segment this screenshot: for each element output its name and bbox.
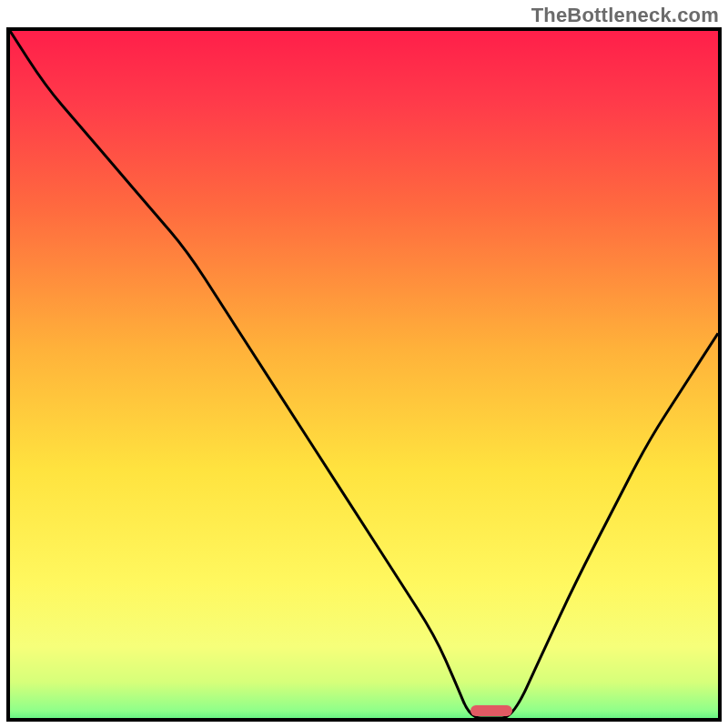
- watermark-text: TheBottleneck.com: [531, 4, 719, 27]
- chart-frame: TheBottleneck.com: [0, 0, 728, 728]
- plot-area: [6, 27, 722, 722]
- bottleneck-curve: [10, 31, 718, 718]
- optimum-marker: [470, 705, 513, 716]
